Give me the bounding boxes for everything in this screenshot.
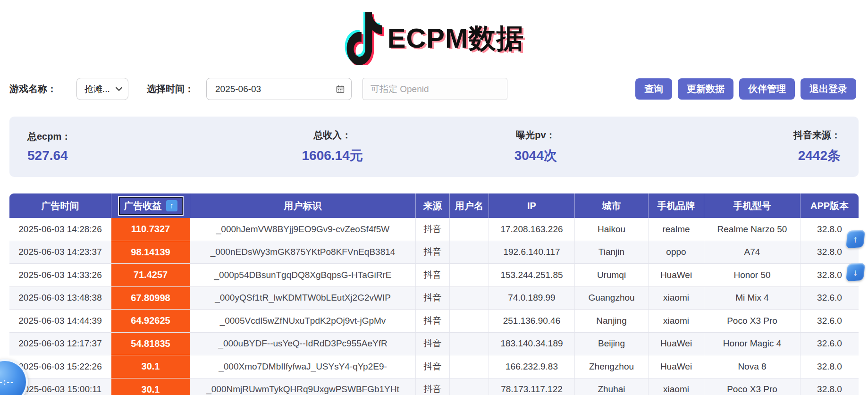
table-header-row: 广告时间 广告收益 ↑ 用户标识 来源 用户名 IP 城市 手机品牌 手机型号 … bbox=[9, 193, 859, 218]
cell-time: 2025-06-03 14:33:26 bbox=[9, 264, 111, 286]
cell-ip: 166.232.9.83 bbox=[489, 355, 575, 378]
stats-card: 总ecpm： 527.64 总收入： 1606.14元 曝光pv： 3044次 … bbox=[9, 117, 859, 177]
ecpm-dashboard: ECPM数据 游戏名称： 抢滩... 选择时间： 2025-06-03 查询 bbox=[0, 0, 868, 395]
cell-revenue: 110.7327 bbox=[111, 218, 190, 241]
cell-openid: _000NmjRUwmTykQHRq9UxgwPSWBFGb1YHt bbox=[190, 378, 416, 395]
cell-username bbox=[450, 241, 489, 264]
cell-model: Poco X3 Pro bbox=[704, 378, 801, 395]
cell-source: 抖音 bbox=[416, 310, 450, 332]
cell-brand: xiaomi bbox=[649, 287, 704, 310]
action-buttons: 查询 更新数据 伙伴管理 退出登录 bbox=[635, 78, 856, 100]
col-ad-revenue-label: 广告收益 bbox=[124, 200, 162, 212]
cell-ip: 183.140.34.189 bbox=[489, 333, 575, 355]
cell-model: Nova 8 bbox=[704, 355, 801, 378]
header: ECPM数据 bbox=[0, 6, 868, 72]
cell-time: 2025-06-03 14:23:37 bbox=[9, 241, 111, 264]
cell-brand: HuaWei bbox=[649, 333, 704, 355]
table-row: 2025-06-03 12:17:3754.81835_000uBYDF--us… bbox=[9, 333, 859, 356]
col-city: 城市 bbox=[575, 193, 649, 218]
cell-time: 2025-06-03 14:44:39 bbox=[9, 310, 111, 332]
cell-source: 抖音 bbox=[416, 378, 450, 395]
cell-brand: xiaomi bbox=[649, 378, 704, 395]
query-button[interactable]: 查询 bbox=[635, 78, 672, 100]
cell-openid: _000nEDsWy3mGK875YKtPo8KFVnEqB3814 bbox=[190, 241, 416, 264]
cell-version: 32.6.0 bbox=[801, 333, 859, 355]
cell-brand: realme bbox=[649, 218, 704, 241]
cell-model: Mi Mix 4 bbox=[704, 287, 801, 310]
cell-username bbox=[450, 264, 489, 286]
cell-openid: _000uBYDF--usYeQ--IdRdD3Pc955AeYfR bbox=[190, 333, 416, 355]
cell-username bbox=[450, 218, 489, 241]
cell-source: 抖音 bbox=[416, 333, 450, 355]
cell-city: Haikou bbox=[575, 218, 649, 241]
cell-revenue: 30.1 bbox=[111, 355, 190, 378]
table-row: 2025-06-03 15:00:1130.1_000NmjRUwmTykQHR… bbox=[9, 378, 859, 395]
calendar-icon bbox=[336, 85, 345, 93]
stat-value: 527.64 bbox=[27, 148, 68, 163]
scroll-to-bottom-button[interactable]: ↓ bbox=[846, 263, 865, 281]
cell-source: 抖音 bbox=[416, 287, 450, 310]
sort-ascending-icon: ↑ bbox=[166, 200, 177, 211]
refresh-data-button[interactable]: 更新数据 bbox=[678, 78, 733, 100]
stat-label: 总收入： bbox=[313, 129, 351, 142]
cell-brand: HuaWei bbox=[649, 264, 704, 286]
cell-model: Realme Narzo 50 bbox=[704, 218, 801, 241]
revenue-sort-button[interactable]: 广告收益 ↑ bbox=[119, 197, 183, 215]
cell-username bbox=[450, 310, 489, 332]
select-time-label: 选择时间： bbox=[147, 78, 194, 100]
filter-bar: 游戏名称： 抢滩... 选择时间： 2025-06-03 查询 更新数据 伙伴管 bbox=[0, 78, 868, 100]
cell-brand: oppo bbox=[649, 241, 704, 264]
logout-button[interactable]: 退出登录 bbox=[801, 78, 856, 100]
cell-time: 2025-06-03 13:48:38 bbox=[9, 287, 111, 310]
timer-value: --:-- bbox=[0, 378, 14, 387]
game-select[interactable]: 抢滩... bbox=[76, 78, 128, 100]
col-ad-revenue: 广告收益 ↑ bbox=[111, 193, 190, 218]
chevron-down-icon bbox=[116, 87, 122, 91]
game-name-label: 游戏名称： bbox=[9, 78, 57, 100]
cell-username bbox=[450, 333, 489, 355]
table-row: 2025-06-03 14:44:3964.92625_0005VcdI5wZf… bbox=[9, 310, 859, 333]
col-app-version: APP版本 bbox=[801, 193, 859, 218]
ad-data-table: 广告时间 广告收益 ↑ 用户标识 来源 用户名 IP 城市 手机品牌 手机型号 … bbox=[9, 193, 859, 395]
cell-city: Nanjing bbox=[575, 310, 649, 332]
cell-openid: _000hJemVW8BYjj9EO9Gv9-cvZeoSf4f5W bbox=[190, 218, 416, 241]
table-row: 2025-06-03 14:28:26110.7327_000hJemVW8BY… bbox=[9, 218, 859, 241]
cell-city: Guangzhou bbox=[575, 287, 649, 310]
cell-version: 32.8.0 bbox=[801, 355, 859, 378]
stat-exposure-pv: 曝光pv： 3044次 bbox=[434, 117, 638, 177]
stat-total-revenue: 总收入： 1606.14元 bbox=[231, 117, 434, 177]
cell-city: Urumqi bbox=[575, 264, 649, 286]
cell-time: 2025-06-03 12:17:37 bbox=[9, 333, 111, 355]
cell-city: Tianjin bbox=[575, 241, 649, 264]
table-row: 2025-06-03 13:48:3867.80998_000yQSf1tR_l… bbox=[9, 287, 859, 310]
cell-revenue: 30.1 bbox=[111, 378, 190, 395]
cell-openid: _000yQSf1tR_lwKDMTW0bLEutXj2G2vWIP bbox=[190, 287, 416, 310]
col-ip: IP bbox=[489, 193, 575, 218]
cell-ip: 192.6.140.117 bbox=[489, 241, 575, 264]
col-user-id: 用户标识 bbox=[190, 193, 416, 218]
table-body: 2025-06-03 14:28:26110.7327_000hJemVW8BY… bbox=[9, 218, 859, 395]
cell-openid: _000Xmo7DMbIlfyfwaJ_USYsY4-qYp2E9- bbox=[190, 355, 416, 378]
cell-city: Zhengzhou bbox=[575, 355, 649, 378]
col-username: 用户名 bbox=[450, 193, 489, 218]
partner-manage-button[interactable]: 伙伴管理 bbox=[739, 78, 795, 100]
cell-source: 抖音 bbox=[416, 264, 450, 286]
stat-label: 抖音来源： bbox=[793, 129, 841, 142]
cell-model: Honor Magic 4 bbox=[704, 333, 801, 355]
scroll-to-top-button[interactable]: ↑ bbox=[846, 230, 865, 248]
cell-brand: HuaWei bbox=[649, 355, 704, 378]
table-row: 2025-06-03 14:33:2671.4257_000p54DBsunTg… bbox=[9, 264, 859, 287]
stat-douyin-source: 抖音来源： 2442条 bbox=[637, 117, 859, 177]
cell-city: Beijing bbox=[575, 333, 649, 355]
stat-label: 总ecpm： bbox=[27, 130, 71, 143]
cell-model: A74 bbox=[704, 241, 801, 264]
col-source: 来源 bbox=[416, 193, 450, 218]
cell-brand: xiaomi bbox=[649, 310, 704, 332]
col-ad-time: 广告时间 bbox=[9, 193, 111, 218]
game-select-value: 抢滩... bbox=[84, 83, 110, 95]
date-picker-input[interactable]: 2025-06-03 bbox=[206, 78, 352, 100]
cell-openid: _0005VcdI5wZfNUxuTpdK2pOj9vt-jGpMv bbox=[190, 310, 416, 332]
cell-model: Poco X3 Pro bbox=[704, 310, 801, 332]
cell-city: Zhuhai bbox=[575, 378, 649, 395]
openid-input[interactable] bbox=[362, 78, 507, 100]
